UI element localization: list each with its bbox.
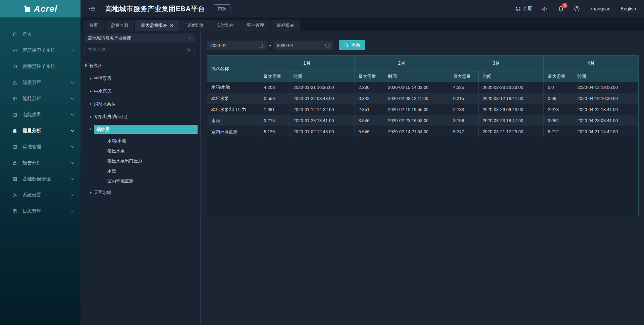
tree-node[interactable]: 中水泵房 <box>80 85 200 98</box>
cell-max-demand: 4.203 <box>260 82 289 93</box>
logo-text: Acrel <box>34 4 57 14</box>
cell-time: 2020-03-23 20:23:00 <box>479 82 544 93</box>
start-date-picker[interactable]: 2020-01 <box>207 41 267 50</box>
username[interactable]: zhangsan <box>590 6 610 11</box>
sidebar-item[interactable]: 视频监控子系统 <box>0 58 80 74</box>
tab[interactable]: 能耗报表 <box>271 20 300 31</box>
tree-root-node[interactable]: 所有线路 <box>80 63 200 72</box>
help-icon[interactable] <box>574 6 580 12</box>
cell-time: 2020-03-23 18:47:00 <box>479 115 544 126</box>
sidebar-item[interactable]: 电能质量 <box>0 107 80 123</box>
sidebar-item[interactable]: 隐患管理 <box>0 74 80 91</box>
query-button[interactable]: 查询 <box>339 40 365 50</box>
tree-leaf-node[interactable]: 水箱/水池 <box>80 136 200 146</box>
tab[interactable]: 平台管理 <box>240 20 270 31</box>
tree-node[interactable]: 专配电房(高低压) <box>80 110 200 123</box>
cell-max-demand: 2.133 <box>449 104 479 115</box>
cell-time: 2020-02-10 19:55:00 <box>384 104 449 115</box>
sidebar-item[interactable]: 能耗分析 <box>0 91 80 107</box>
month-group-header: 1月 <box>260 56 354 71</box>
sub-header-max-demand: 最大需量 <box>544 71 573 82</box>
switch-button[interactable]: 切换 <box>214 4 230 13</box>
chevron-down-icon <box>70 113 74 117</box>
main-content: 2020-01 - 2020-04 查询 线路名称 <box>201 31 644 325</box>
tab-label: 平台管理 <box>247 22 264 29</box>
line-tree: 所有线路 生活泵房中水泵房消防水泵房专配电房(高低压)锅炉房水箱/水池稳压水泵稳… <box>80 63 200 199</box>
chevron-down-icon <box>70 161 74 165</box>
tab-label: 最大需量报表 <box>141 22 167 29</box>
caret-right-icon[interactable] <box>87 77 94 80</box>
tab-label: 首页 <box>89 22 98 29</box>
cell-time: 2020-04-19 10:39:00 <box>573 93 638 104</box>
tab[interactable]: 谐波监测 <box>180 20 210 31</box>
tab[interactable]: 最大需量报表 <box>135 20 179 31</box>
language-toggle[interactable]: English <box>621 6 636 11</box>
caret-right-icon[interactable] <box>87 103 94 106</box>
sidebar-item[interactable]: 报告分析 <box>0 155 80 171</box>
cell-max-demand: 5.247 <box>449 126 479 137</box>
cell-time: 2020-02-08 12:11:00 <box>384 93 449 104</box>
sidebar-item-label: 首页 <box>22 31 32 37</box>
chevron-down-icon <box>70 177 74 181</box>
filter-row: 2020-01 - 2020-04 查询 <box>207 40 365 50</box>
tab[interactable]: 实时监控 <box>210 20 240 31</box>
cell-max-demand: 0.215 <box>449 93 479 104</box>
tab[interactable]: 首页 <box>83 20 104 31</box>
mute-icon[interactable] <box>542 6 548 11</box>
org-select-value: 高地城市服务产业集团 <box>88 35 131 41</box>
sidebar-item[interactable]: 智慧用电子系统 <box>0 42 80 58</box>
col-header-line-name: 线路名称 <box>207 56 260 82</box>
demand-analysis-icon <box>12 128 17 133</box>
fullscreen-button[interactable]: 全屏 <box>516 6 532 12</box>
cell-max-demand: 5.212 <box>544 126 573 137</box>
tree-node[interactable]: 天面水箱 <box>80 186 200 199</box>
sidebar-item[interactable]: 运维管理 <box>0 139 80 155</box>
cell-time: 2020-01-21 10:36:00 <box>289 82 354 93</box>
calendar-icon <box>325 43 330 48</box>
collapse-menu-icon[interactable] <box>89 6 95 12</box>
cell-max-demand: 0.342 <box>354 93 384 104</box>
sidebar-item[interactable]: 首页 <box>0 26 80 42</box>
tab-label: 谐波监测 <box>186 22 204 29</box>
cell-time: 2020-04-21 14:42:00 <box>573 126 638 137</box>
tab-label: 需量监测 <box>111 22 128 29</box>
cell-time: 2020-02-23 16:53:00 <box>384 115 449 126</box>
cell-max-demand: 3.546 <box>354 115 384 126</box>
org-select[interactable]: 高地城市服务产业集团 <box>85 34 195 43</box>
caret-right-icon[interactable] <box>87 115 94 118</box>
tree-node[interactable]: 消防水泵房 <box>80 98 200 110</box>
chevron-down-icon <box>70 129 74 133</box>
tree-node[interactable]: 锅炉房 <box>80 125 198 134</box>
notifications-button[interactable]: 0 <box>558 6 564 12</box>
close-icon[interactable] <box>170 24 173 27</box>
sidebar-item-label: 系统设置 <box>22 192 41 198</box>
cell-time: 2020-01-12 14:22:00 <box>289 104 354 115</box>
search-icon <box>344 43 349 48</box>
cell-time: 2020-01-22 08:43:00 <box>289 93 354 104</box>
search-icon[interactable] <box>187 47 192 52</box>
tree-node-label: 中水泵房 <box>94 88 111 94</box>
max-demand-table-container: 线路名称1月2月3月4月最大需量时间最大需量时间最大需量时间最大需量时间 水箱/… <box>207 55 639 216</box>
tree-leaf-node[interactable]: 水浸 <box>80 166 200 176</box>
end-date-picker[interactable]: 2020-04 <box>274 41 333 50</box>
caret-right-icon[interactable] <box>87 191 94 194</box>
fullscreen-label: 全屏 <box>523 6 532 12</box>
sidebar-item[interactable]: 需量分析 <box>0 123 80 139</box>
left-sidebar: Acrel 首页智慧用电子系统视频监控子系统隐患管理能耗分析电能质量需量分析运维… <box>0 0 80 325</box>
tree-leaf-node[interactable]: 室内环境监测 <box>80 176 200 186</box>
max-demand-table: 线路名称1月2月3月4月最大需量时间最大需量时间最大需量时间最大需量时间 水箱/… <box>207 56 638 138</box>
caret-down-icon[interactable] <box>87 128 94 131</box>
tab[interactable]: 需量监测 <box>105 20 134 31</box>
sub-header-time: 时间 <box>573 71 638 82</box>
caret-right-icon[interactable] <box>87 90 94 93</box>
tree-leaf-node[interactable]: 稳压水泵 <box>80 146 200 156</box>
sidebar-item[interactable]: 基础数据管理 <box>0 171 80 187</box>
sidebar-item[interactable]: 日志管理 <box>0 203 80 219</box>
cell-time: 2020-02-15 14:03:00 <box>384 82 449 93</box>
chevron-down-icon <box>187 36 192 40</box>
tree-node[interactable]: 生活泵房 <box>80 72 200 85</box>
sidebar-item-label: 智慧用电子系统 <box>22 47 55 53</box>
tree-leaf-node[interactable]: 稳压水泵出口压力 <box>80 156 200 166</box>
line-search-input[interactable] <box>88 47 187 52</box>
sidebar-item[interactable]: 系统设置 <box>0 187 80 203</box>
